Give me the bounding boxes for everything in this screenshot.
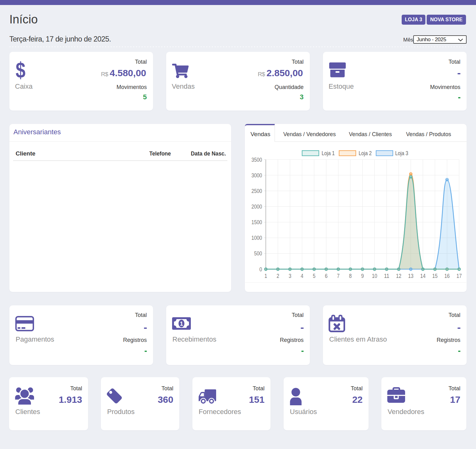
svg-text:15: 15 xyxy=(432,273,438,279)
svg-text:2: 2 xyxy=(276,273,279,279)
svg-text:5: 5 xyxy=(313,273,316,279)
svg-text:2500: 2500 xyxy=(251,188,262,194)
svg-text:7: 7 xyxy=(337,273,340,279)
svg-text:1500: 1500 xyxy=(251,219,262,225)
svg-text:10: 10 xyxy=(372,273,377,279)
svg-text:1: 1 xyxy=(180,321,183,327)
svg-text:Loja 1: Loja 1 xyxy=(322,150,335,156)
svg-text:3000: 3000 xyxy=(251,172,262,179)
svg-text:Loja 3: Loja 3 xyxy=(395,150,408,156)
svg-text:3500: 3500 xyxy=(251,156,262,163)
svg-text:11: 11 xyxy=(384,273,389,279)
svg-text:9: 9 xyxy=(361,273,364,279)
svg-text:14: 14 xyxy=(420,273,425,279)
svg-text:6: 6 xyxy=(325,273,328,279)
svg-text:12: 12 xyxy=(396,273,401,279)
svg-text:16: 16 xyxy=(444,273,450,279)
svg-text:1: 1 xyxy=(265,273,267,279)
svg-text:13: 13 xyxy=(408,273,414,279)
svg-text:4: 4 xyxy=(301,273,304,279)
svg-text:2000: 2000 xyxy=(251,203,262,210)
svg-text:17: 17 xyxy=(457,273,462,279)
svg-text:Loja 2: Loja 2 xyxy=(359,150,372,156)
svg-text:0: 0 xyxy=(260,266,262,273)
svg-text:3: 3 xyxy=(289,273,291,279)
svg-text:1000: 1000 xyxy=(251,234,262,241)
svg-text:8: 8 xyxy=(349,273,352,279)
svg-text:500: 500 xyxy=(254,250,262,257)
